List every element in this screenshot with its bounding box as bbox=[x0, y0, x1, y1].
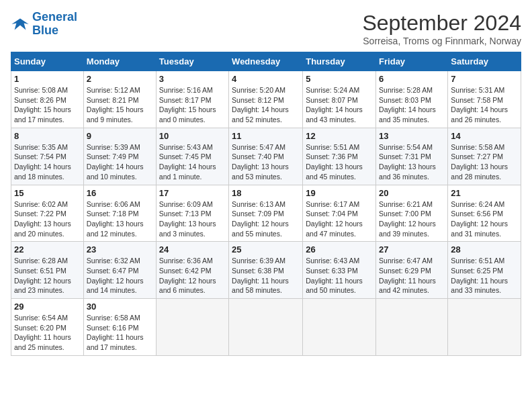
calendar-day-cell: 30Sunrise: 6:58 AMSunset: 6:16 PMDayligh… bbox=[83, 299, 156, 356]
sunset-text: Sunset: 8:26 PM bbox=[14, 96, 66, 104]
day-number: 7 bbox=[451, 74, 518, 84]
calendar-week-row: 1Sunrise: 5:08 AMSunset: 8:26 PMDaylight… bbox=[11, 71, 521, 128]
calendar-day-cell: 5Sunrise: 5:24 AMSunset: 8:07 PMDaylight… bbox=[303, 71, 376, 128]
sunrise-text: Sunrise: 5:16 AM bbox=[159, 86, 213, 94]
day-info: Sunrise: 5:16 AMSunset: 8:17 PMDaylight:… bbox=[159, 85, 226, 125]
day-info: Sunrise: 6:06 AMSunset: 7:18 PMDaylight:… bbox=[87, 199, 153, 239]
day-number: 5 bbox=[306, 74, 373, 84]
day-number: 17 bbox=[159, 188, 226, 198]
sunset-text: Sunset: 7:49 PM bbox=[87, 152, 139, 161]
daylight-text: Daylight: 12 hours and 6 minutes. bbox=[159, 277, 216, 295]
day-number: 4 bbox=[232, 74, 300, 84]
sunrise-text: Sunrise: 5:39 AM bbox=[87, 143, 140, 151]
day-of-week-header: Tuesday bbox=[156, 52, 228, 71]
daylight-text: Daylight: 14 hours and 10 minutes. bbox=[87, 163, 144, 181]
day-info: Sunrise: 6:09 AMSunset: 7:13 PMDaylight:… bbox=[159, 199, 226, 239]
sunrise-text: Sunrise: 5:28 AM bbox=[379, 86, 433, 94]
calendar-week-row: 22Sunrise: 6:28 AMSunset: 6:51 PMDayligh… bbox=[11, 242, 521, 299]
day-info: Sunrise: 5:08 AMSunset: 8:26 PMDaylight:… bbox=[14, 85, 81, 125]
calendar-day-cell bbox=[376, 299, 448, 356]
sunset-text: Sunset: 7:13 PM bbox=[159, 210, 212, 218]
sunset-text: Sunset: 7:27 PM bbox=[451, 152, 503, 161]
calendar-day-cell: 6Sunrise: 5:28 AMSunset: 8:03 PMDaylight… bbox=[376, 71, 448, 128]
day-number: 24 bbox=[159, 244, 226, 255]
sunrise-text: Sunrise: 6:06 AM bbox=[87, 200, 140, 208]
sunset-text: Sunset: 7:00 PM bbox=[379, 210, 431, 218]
day-number: 15 bbox=[14, 188, 81, 198]
day-info: Sunrise: 6:43 AMSunset: 6:33 PMDaylight:… bbox=[306, 256, 373, 295]
day-info: Sunrise: 6:39 AMSunset: 6:38 PMDaylight:… bbox=[232, 256, 300, 295]
calendar-day-cell: 22Sunrise: 6:28 AMSunset: 6:51 PMDayligh… bbox=[11, 242, 84, 299]
day-number: 8 bbox=[14, 131, 81, 141]
daylight-text: Daylight: 12 hours and 31 minutes. bbox=[451, 220, 508, 238]
sunset-text: Sunset: 6:47 PM bbox=[87, 267, 139, 275]
sunrise-text: Sunrise: 6:09 AM bbox=[159, 200, 213, 208]
calendar-day-cell: 16Sunrise: 6:06 AMSunset: 7:18 PMDayligh… bbox=[83, 185, 156, 242]
sunset-text: Sunset: 8:03 PM bbox=[379, 96, 431, 104]
daylight-text: Daylight: 11 hours and 50 minutes. bbox=[306, 277, 363, 295]
sunrise-text: Sunrise: 6:47 AM bbox=[379, 257, 433, 265]
sunrise-text: Sunrise: 6:24 AM bbox=[451, 200, 504, 208]
sunrise-text: Sunrise: 5:31 AM bbox=[451, 86, 504, 94]
day-number: 27 bbox=[379, 244, 445, 255]
day-info: Sunrise: 5:47 AMSunset: 7:40 PMDaylight:… bbox=[232, 142, 300, 182]
calendar-day-cell: 24Sunrise: 6:36 AMSunset: 6:42 PMDayligh… bbox=[156, 242, 228, 299]
sunrise-text: Sunrise: 6:43 AM bbox=[306, 257, 359, 265]
day-info: Sunrise: 6:28 AMSunset: 6:51 PMDaylight:… bbox=[14, 256, 81, 295]
sunset-text: Sunset: 8:07 PM bbox=[306, 96, 358, 104]
logo-text: General Blue bbox=[32, 11, 77, 38]
logo: General Blue bbox=[11, 11, 77, 38]
day-number: 28 bbox=[451, 244, 518, 255]
calendar-day-cell: 19Sunrise: 6:17 AMSunset: 7:04 PMDayligh… bbox=[303, 185, 376, 242]
calendar-day-cell: 10Sunrise: 5:43 AMSunset: 7:45 PMDayligh… bbox=[156, 128, 228, 185]
daylight-text: Daylight: 12 hours and 55 minutes. bbox=[232, 220, 289, 238]
day-info: Sunrise: 6:58 AMSunset: 6:16 PMDaylight:… bbox=[87, 313, 153, 353]
sunset-text: Sunset: 6:33 PM bbox=[306, 267, 358, 275]
title-block: September 2024 Sorreisa, Troms og Finnma… bbox=[362, 11, 521, 46]
daylight-text: Daylight: 14 hours and 1 minute. bbox=[159, 163, 216, 181]
sunrise-text: Sunrise: 5:51 AM bbox=[306, 143, 359, 151]
sunset-text: Sunset: 6:51 PM bbox=[14, 267, 66, 275]
day-info: Sunrise: 5:31 AMSunset: 7:58 PMDaylight:… bbox=[451, 85, 518, 125]
daylight-text: Daylight: 13 hours and 36 minutes. bbox=[379, 163, 436, 181]
sunrise-text: Sunrise: 5:47 AM bbox=[232, 143, 285, 151]
day-info: Sunrise: 6:36 AMSunset: 6:42 PMDaylight:… bbox=[159, 256, 226, 295]
calendar-day-cell: 2Sunrise: 5:12 AMSunset: 8:21 PMDaylight… bbox=[83, 71, 156, 128]
sunset-text: Sunset: 6:16 PM bbox=[87, 324, 139, 332]
sunrise-text: Sunrise: 6:36 AM bbox=[159, 257, 213, 265]
page-header: General Blue September 2024 Sorreisa, Tr… bbox=[11, 11, 521, 46]
sunrise-text: Sunrise: 5:35 AM bbox=[14, 143, 68, 151]
daylight-text: Daylight: 14 hours and 18 minutes. bbox=[14, 163, 71, 181]
day-number: 10 bbox=[159, 131, 226, 141]
calendar-header-row: SundayMondayTuesdayWednesdayThursdayFrid… bbox=[11, 52, 521, 71]
daylight-text: Daylight: 13 hours and 3 minutes. bbox=[159, 220, 216, 238]
sunset-text: Sunset: 7:09 PM bbox=[232, 210, 284, 218]
calendar-day-cell: 1Sunrise: 5:08 AMSunset: 8:26 PMDaylight… bbox=[11, 71, 84, 128]
day-number: 2 bbox=[87, 74, 153, 84]
sunset-text: Sunset: 6:42 PM bbox=[159, 267, 212, 275]
calendar-day-cell bbox=[156, 299, 228, 356]
day-number: 19 bbox=[306, 188, 373, 198]
day-number: 23 bbox=[87, 244, 153, 255]
sunset-text: Sunset: 6:38 PM bbox=[232, 267, 284, 275]
day-info: Sunrise: 5:51 AMSunset: 7:36 PMDaylight:… bbox=[306, 142, 373, 182]
sunrise-text: Sunrise: 6:17 AM bbox=[306, 200, 359, 208]
calendar-day-cell: 15Sunrise: 6:02 AMSunset: 7:22 PMDayligh… bbox=[11, 185, 84, 242]
day-info: Sunrise: 5:12 AMSunset: 8:21 PMDaylight:… bbox=[87, 85, 153, 125]
day-of-week-header: Thursday bbox=[303, 52, 376, 71]
day-number: 29 bbox=[14, 302, 81, 312]
sunset-text: Sunset: 7:45 PM bbox=[159, 152, 212, 161]
sunset-text: Sunset: 7:40 PM bbox=[232, 152, 284, 161]
calendar-day-cell: 21Sunrise: 6:24 AMSunset: 6:56 PMDayligh… bbox=[448, 185, 521, 242]
sunset-text: Sunset: 7:18 PM bbox=[87, 210, 139, 218]
day-number: 16 bbox=[87, 188, 153, 198]
daylight-text: Daylight: 13 hours and 45 minutes. bbox=[306, 163, 363, 181]
sunset-text: Sunset: 6:20 PM bbox=[14, 324, 66, 332]
day-of-week-header: Monday bbox=[83, 52, 156, 71]
day-number: 25 bbox=[232, 244, 300, 255]
day-info: Sunrise: 5:54 AMSunset: 7:31 PMDaylight:… bbox=[379, 142, 445, 182]
day-info: Sunrise: 5:43 AMSunset: 7:45 PMDaylight:… bbox=[159, 142, 226, 182]
sunrise-text: Sunrise: 5:20 AM bbox=[232, 86, 285, 94]
calendar-week-row: 29Sunrise: 6:54 AMSunset: 6:20 PMDayligh… bbox=[11, 299, 521, 356]
calendar-day-cell: 17Sunrise: 6:09 AMSunset: 7:13 PMDayligh… bbox=[156, 185, 228, 242]
